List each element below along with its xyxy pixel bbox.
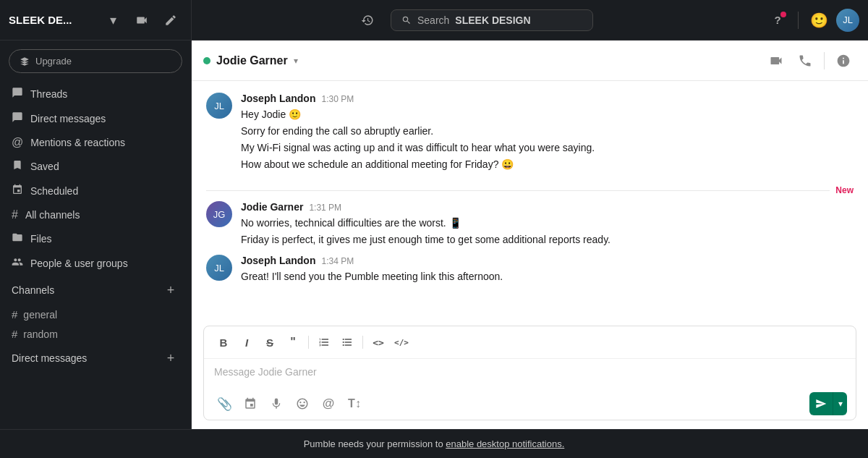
ordered-list-btn[interactable]: [313, 332, 335, 352]
workspace-dropdown-btn[interactable]: ▾: [101, 9, 124, 32]
footer-link[interactable]: enable desktop notifications.: [446, 438, 564, 449]
input-actions-bar: 📎 @ T↕ ▾: [204, 388, 856, 420]
msg-text-2: No worries, technical difficulties are t…: [241, 216, 854, 247]
add-dm-btn[interactable]: +: [162, 349, 179, 367]
scheduled-label: Scheduled: [30, 185, 78, 197]
send-btn[interactable]: [809, 392, 833, 415]
code-btn[interactable]: <>: [367, 332, 389, 352]
search-label: Search: [417, 14, 449, 26]
msg-content-1: Joseph Landon 1:30 PM Hey Jodie 🙂 Sorry …: [241, 93, 854, 174]
upgrade-button[interactable]: Upgrade: [9, 49, 182, 73]
channels-section-header[interactable]: Channels +: [0, 276, 191, 305]
saved-icon: [12, 159, 23, 174]
contact-name: Jodie Garner: [216, 54, 288, 67]
hash-icon-random: #: [12, 328, 17, 340]
send-group: ▾: [809, 392, 847, 415]
topbar-left: SLEEK DE... ▾: [0, 0, 192, 40]
message-placeholder: Message Jodie Garner: [214, 366, 317, 378]
emoji-btn[interactable]: [291, 392, 314, 415]
messages-container: JL Joseph Landon 1:30 PM Hey Jodie 🙂 Sor…: [192, 81, 868, 320]
msg-line-1-0: Hey Jodie 🙂: [241, 107, 854, 122]
search-bar[interactable]: Search SLEEK DESIGN: [391, 9, 593, 31]
msg-line-2-0: No worries, technical difficulties are t…: [241, 216, 854, 231]
footer-notification: Pumble needs your permission to enable d…: [0, 429, 868, 458]
attach-btn[interactable]: 📎: [213, 392, 236, 415]
channel-item-random[interactable]: # random: [0, 324, 191, 344]
sidebar-item-direct-messages[interactable]: Direct messages: [0, 106, 191, 131]
msg-header-2: Jodie Garner 1:31 PM: [241, 201, 854, 213]
compose-btn[interactable]: [159, 9, 182, 32]
upgrade-label: Upgrade: [35, 56, 72, 67]
people-label: People & user groups: [30, 258, 128, 269]
hash-icon-general: #: [12, 308, 17, 321]
message-input-area: B I S " <> </> Message Jodie Garner 📎: [203, 326, 856, 420]
user-avatar[interactable]: JL: [836, 9, 859, 32]
topbar: SLEEK DE... ▾ Search SLEEK DESIGN ? 🙂 JL: [0, 0, 868, 41]
phone-btn[interactable]: [792, 48, 818, 74]
unordered-list-btn[interactable]: [336, 332, 358, 352]
contact-dropdown-icon[interactable]: ▾: [294, 56, 298, 66]
send-options-btn[interactable]: ▾: [833, 392, 847, 415]
format-btn[interactable]: T↕: [343, 392, 366, 415]
audio-btn[interactable]: [265, 392, 288, 415]
all-channels-icon: #: [12, 208, 18, 221]
add-channel-btn[interactable]: +: [162, 281, 179, 299]
msg-text-1: Hey Jodie 🙂 Sorry for ending the call so…: [241, 107, 854, 172]
sidebar-item-saved[interactable]: Saved: [0, 154, 191, 179]
sidebar-item-people[interactable]: People & user groups: [0, 251, 191, 276]
sidebar: Upgrade Threads Direct messages @ Mentio…: [0, 41, 192, 429]
msg-line-2-1: Friday is perfect, it gives me just enou…: [241, 232, 854, 247]
threads-label: Threads: [30, 88, 67, 100]
formatting-toolbar: B I S " <> </>: [204, 326, 856, 359]
dm-section-header[interactable]: Direct messages +: [0, 344, 191, 373]
chat-header: Jodie Garner ▾: [192, 41, 868, 81]
avatar-jodie: JG: [206, 201, 232, 227]
video-btn[interactable]: [763, 48, 789, 74]
strikethrough-btn[interactable]: S: [259, 332, 281, 352]
dm-icon: [12, 111, 23, 126]
msg-line-1-1: Sorry for ending the call so abruptly ea…: [241, 124, 854, 139]
sidebar-item-files[interactable]: Files: [0, 226, 191, 251]
mentions-icon: @: [12, 136, 23, 149]
new-message-divider: New: [206, 185, 854, 195]
help-btn[interactable]: ?: [766, 9, 789, 32]
info-btn[interactable]: [830, 48, 856, 74]
msg-time-2: 1:31 PM: [309, 203, 341, 213]
sidebar-item-scheduled[interactable]: Scheduled: [0, 179, 191, 203]
channel-item-general[interactable]: # general: [0, 305, 191, 324]
toolbar-sep-1: [308, 336, 309, 349]
msg-line-1-2: My Wi-Fi signal was acting up and it was…: [241, 140, 854, 156]
emoji-status-btn[interactable]: 🙂: [807, 9, 830, 32]
dm-label: Direct messages: [30, 113, 106, 124]
quote-btn[interactable]: ": [282, 332, 304, 352]
mentions-label: Mentions & reactions: [30, 137, 125, 148]
italic-btn[interactable]: I: [236, 332, 258, 352]
avatar-joseph-1: JL: [206, 93, 232, 119]
channels-header-label: Channels: [12, 284, 54, 296]
sidebar-item-all-channels[interactable]: # All channels: [0, 203, 191, 226]
video-call-btn[interactable]: [130, 9, 153, 32]
code-block-btn[interactable]: </>: [391, 332, 412, 352]
mention-btn[interactable]: @: [317, 392, 340, 415]
schedule-btn[interactable]: [239, 392, 262, 415]
sidebar-item-threads[interactable]: Threads: [0, 82, 191, 106]
scheduled-icon: [12, 184, 23, 198]
history-btn[interactable]: [356, 9, 379, 32]
saved-label: Saved: [30, 161, 59, 172]
bold-btn[interactable]: B: [213, 332, 234, 352]
msg-header-3: Joseph Landon 1:34 PM: [241, 255, 854, 266]
avatar-joseph-2: JL: [206, 255, 232, 281]
msg-author-3: Joseph Landon: [241, 255, 315, 266]
channel-name-random: random: [23, 328, 57, 340]
msg-time-3: 1:34 PM: [321, 256, 354, 266]
topbar-center: Search SLEEK DESIGN: [192, 9, 757, 32]
message-input[interactable]: Message Jodie Garner: [204, 359, 856, 388]
msg-header-1: Joseph Landon 1:30 PM: [241, 93, 854, 104]
dm-header-label: Direct messages: [12, 352, 87, 364]
message-group-3: JL Joseph Landon 1:34 PM Great! I'll sen…: [206, 255, 854, 286]
workspace-name: SLEEK DE...: [9, 14, 95, 26]
chat-area: Jodie Garner ▾ JL: [192, 41, 868, 429]
message-group-1: JL Joseph Landon 1:30 PM Hey Jodie 🙂 Sor…: [206, 93, 854, 174]
sidebar-item-mentions[interactable]: @ Mentions & reactions: [0, 131, 191, 154]
divider-line-left: [206, 190, 830, 191]
